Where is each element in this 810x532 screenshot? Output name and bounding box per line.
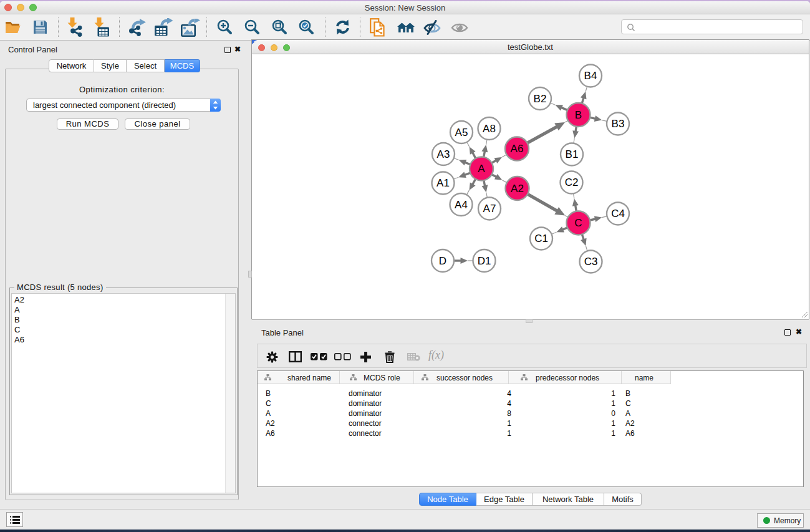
svg-text:A4: A4 bbox=[455, 199, 468, 211]
svg-text:A5: A5 bbox=[455, 127, 468, 138]
svg-text:D: D bbox=[439, 255, 446, 267]
svg-text:A1: A1 bbox=[436, 177, 450, 189]
svg-text:C2: C2 bbox=[565, 177, 579, 188]
svg-text:C3: C3 bbox=[584, 256, 598, 268]
svg-text:B2: B2 bbox=[534, 93, 547, 105]
svg-text:C: C bbox=[574, 217, 582, 229]
svg-text:A8: A8 bbox=[483, 123, 496, 135]
svg-text:A7: A7 bbox=[483, 203, 496, 215]
svg-text:B: B bbox=[575, 109, 582, 121]
svg-text:A3: A3 bbox=[437, 148, 450, 160]
svg-text:B4: B4 bbox=[584, 70, 597, 82]
svg-text:B1: B1 bbox=[566, 148, 579, 160]
svg-text:C4: C4 bbox=[611, 208, 625, 220]
svg-text:A6: A6 bbox=[511, 143, 524, 155]
svg-text:C1: C1 bbox=[534, 233, 548, 244]
svg-text:A: A bbox=[478, 163, 485, 175]
svg-text:A2: A2 bbox=[511, 183, 524, 195]
svg-text:D1: D1 bbox=[478, 255, 491, 267]
svg-text:B3: B3 bbox=[612, 118, 625, 130]
